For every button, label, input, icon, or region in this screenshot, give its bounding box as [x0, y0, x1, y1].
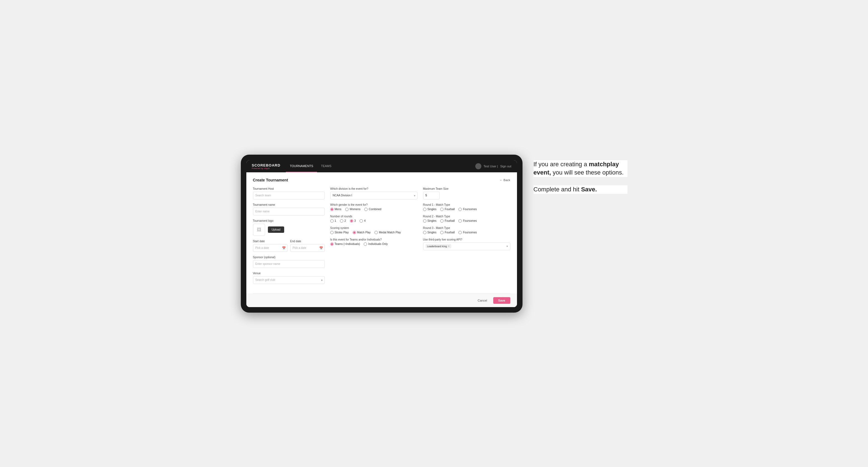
round3-radio-group: Singles Fourball Foursomes — [423, 231, 510, 234]
round-1-radio[interactable] — [330, 219, 334, 223]
max-team-input[interactable] — [423, 192, 440, 199]
round1-label: Round 1 - Match Type — [423, 203, 510, 206]
round-3-label: 3 — [354, 219, 356, 222]
scoring-stroke[interactable]: Stroke Play — [330, 231, 349, 234]
page-title: Create Tournament — [253, 178, 288, 182]
tournament-host-input[interactable] — [253, 192, 325, 199]
logo-upload-area: 🖼 Upload — [253, 224, 325, 236]
round-2-radio[interactable] — [340, 219, 343, 223]
round1-foursomes-label: Foursomes — [463, 208, 477, 211]
max-team-group: Maximum Team Size — [423, 187, 510, 199]
scoring-medal[interactable]: Medal Match Play — [374, 231, 401, 234]
round2-singles-radio[interactable] — [423, 219, 426, 223]
calendar-icon: 📅 — [282, 246, 286, 250]
scoring-medal-label: Medal Match Play — [379, 231, 401, 234]
round3-fourball-radio[interactable] — [440, 231, 443, 234]
round-3[interactable]: 3 — [350, 219, 356, 223]
tablet-screen: SCOREBOARD Powered by clippit TOURNAMENT… — [246, 160, 517, 307]
gender-mens-radio[interactable] — [330, 208, 334, 211]
round-3-radio[interactable] — [350, 219, 353, 223]
save-button[interactable]: Save — [493, 297, 510, 304]
scoring-stroke-label: Stroke Play — [335, 231, 349, 234]
nav-right: Test User | Sign out — [475, 163, 512, 169]
gender-combined-radio[interactable] — [364, 208, 368, 211]
division-select-wrapper: NCAA Division I — [330, 192, 417, 199]
start-date-wrapper: 📅 — [253, 244, 287, 252]
round3-fourball[interactable]: Fourball — [440, 231, 455, 234]
round2-foursomes-radio[interactable] — [459, 219, 462, 223]
round3-foursomes-radio[interactable] — [459, 231, 462, 234]
round3-foursomes[interactable]: Foursomes — [459, 231, 477, 234]
cancel-button[interactable]: Cancel — [474, 297, 491, 304]
nav-teams[interactable]: TEAMS — [317, 160, 335, 172]
round2-singles[interactable]: Singles — [423, 219, 437, 223]
gender-group: Which gender is the event for? Mens Wome… — [330, 203, 417, 211]
team-teams-radio[interactable] — [330, 243, 334, 246]
round-4-radio[interactable] — [360, 219, 363, 223]
api-chip-remove[interactable]: × — [448, 245, 450, 248]
api-chevron-icon: ▾ — [506, 245, 508, 248]
round1-foursomes-radio[interactable] — [459, 208, 462, 211]
tournament-name-input[interactable] — [253, 208, 325, 215]
round1-singles-radio[interactable] — [423, 208, 426, 211]
round-4[interactable]: 4 — [360, 219, 366, 223]
logo-sub: Powered by clippit — [252, 167, 281, 169]
api-select-wrapper[interactable]: Leaderboard King × ▾ — [423, 243, 510, 250]
round2-fourball-radio[interactable] — [440, 219, 443, 223]
scoring-match-radio[interactable] — [353, 231, 356, 234]
team-teams[interactable]: Teams (+Individuals) — [330, 243, 360, 246]
api-chip-text: Leaderboard King — [427, 245, 447, 248]
round-1[interactable]: 1 — [330, 219, 336, 223]
venue-group: Venue ▾ — [253, 272, 325, 284]
round1-singles[interactable]: Singles — [423, 208, 437, 211]
round1-foursomes[interactable]: Foursomes — [459, 208, 477, 211]
nav-tournaments[interactable]: TOURNAMENTS — [286, 160, 317, 172]
venue-input[interactable] — [253, 276, 325, 284]
scoring-stroke-radio[interactable] — [330, 231, 334, 234]
venue-label: Venue — [253, 272, 325, 275]
gender-combined[interactable]: Combined — [364, 208, 381, 211]
scoring-match[interactable]: Match Play — [353, 231, 371, 234]
date-group: Start date 📅 End date — [253, 240, 325, 252]
round2-singles-label: Singles — [428, 219, 437, 222]
logo-text: SCOREBOARD — [252, 163, 281, 167]
gender-combined-label: Combined — [369, 208, 381, 211]
gender-mens[interactable]: Mens — [330, 208, 341, 211]
round3-foursomes-label: Foursomes — [463, 231, 477, 234]
round3-singles-radio[interactable] — [423, 231, 426, 234]
nav-links: TOURNAMENTS TEAMS — [286, 160, 335, 172]
venue-select-wrapper: ▾ — [253, 276, 325, 284]
round1-singles-label: Singles — [428, 208, 437, 211]
round3-singles[interactable]: Singles — [423, 231, 437, 234]
round3-singles-label: Singles — [428, 231, 437, 234]
team-individuals-radio[interactable] — [364, 243, 367, 246]
annotation-matchplay: If you are creating a matchplay event, y… — [533, 160, 627, 177]
back-link[interactable]: ← Back — [500, 178, 510, 182]
round-1-label: 1 — [335, 219, 336, 222]
team-individual-group: Is this event for Teams and/or Individua… — [330, 238, 417, 246]
venue-chevron-icon: ▾ — [321, 278, 322, 281]
round2-foursomes[interactable]: Foursomes — [459, 219, 477, 223]
round2-label: Round 2 - Match Type — [423, 215, 510, 218]
signout-link[interactable]: Sign out — [500, 165, 511, 168]
tournament-host-label: Tournament Host — [253, 187, 325, 190]
sponsor-input[interactable] — [253, 260, 325, 268]
logo-placeholder-icon: 🖼 — [253, 224, 265, 236]
round2-fourball[interactable]: Fourball — [440, 219, 455, 223]
sponsor-group: Sponsor (optional) — [253, 256, 325, 268]
scoring-medal-radio[interactable] — [374, 231, 378, 234]
round1-fourball[interactable]: Fourball — [440, 208, 455, 211]
calendar-icon-2: 📅 — [319, 246, 323, 250]
round3-label: Round 3 - Match Type — [423, 226, 510, 229]
gender-womens[interactable]: Womens — [345, 208, 361, 211]
team-individuals[interactable]: Individuals Only — [364, 243, 388, 246]
round1-fourball-radio[interactable] — [440, 208, 443, 211]
tablet-frame: SCOREBOARD Powered by clippit TOURNAMENT… — [241, 155, 523, 313]
upload-button[interactable]: Upload — [268, 226, 284, 233]
division-group: Which division is the event for? NCAA Di… — [330, 187, 417, 199]
team-teams-label: Teams (+Individuals) — [335, 243, 360, 246]
scoring-label: Scoring system — [330, 226, 417, 229]
division-select[interactable]: NCAA Division I — [330, 192, 417, 199]
gender-womens-radio[interactable] — [345, 208, 348, 211]
round-2[interactable]: 2 — [340, 219, 346, 223]
